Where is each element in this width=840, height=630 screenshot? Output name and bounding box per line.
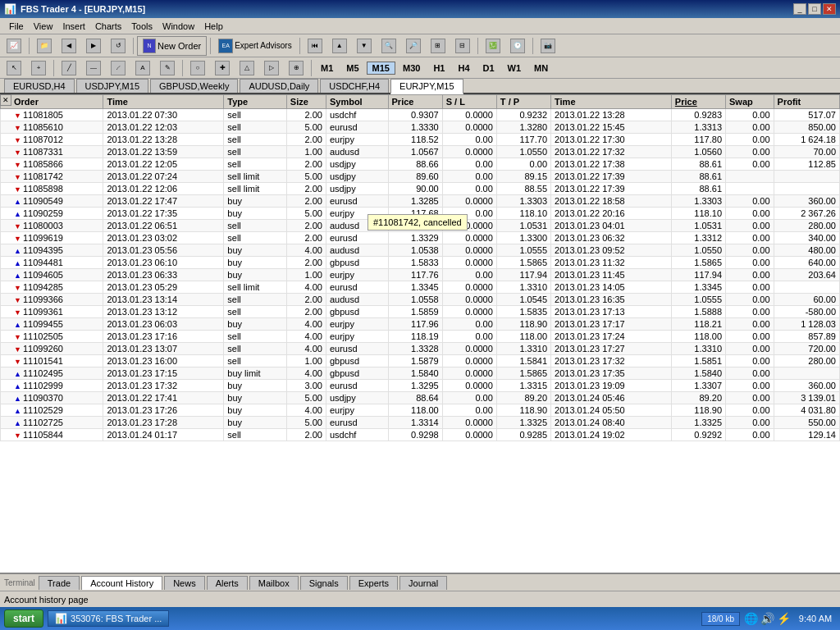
chart-tab-eurjpy-m15[interactable]: EURJPY,M15: [390, 79, 463, 94]
col-time[interactable]: Time: [103, 95, 224, 109]
tab-signals[interactable]: Signals: [300, 576, 348, 590]
tf-h1[interactable]: H1: [427, 62, 450, 75]
cell-tp: 0.9232: [496, 109, 550, 121]
maximize-button[interactable]: □: [808, 3, 821, 15]
menu-view[interactable]: View: [29, 20, 58, 33]
menu-window[interactable]: Window: [158, 20, 199, 33]
cursor-tool[interactable]: ↖: [2, 58, 25, 78]
cell-swap: 0.00: [726, 244, 774, 257]
col-tp[interactable]: T / P: [496, 95, 550, 109]
tf-d1[interactable]: D1: [477, 62, 500, 75]
cell-close-price: 88.61: [671, 158, 725, 171]
tb-icon-3[interactable]: ▼: [353, 36, 376, 56]
cell-symbol: eurusd: [326, 343, 388, 355]
start-button[interactable]: start: [4, 609, 43, 628]
cell-sl: 0.0000: [442, 429, 496, 441]
cross-tool[interactable]: ✚: [211, 58, 234, 78]
draw-tool-7[interactable]: ▷: [260, 58, 283, 78]
kb-label: 18/0 kb: [701, 612, 740, 626]
chart-tab-usdjpy-m15[interactable]: USDJPY,M15: [76, 79, 148, 93]
cell-type: buy: [224, 404, 287, 417]
chart-tab-gbpusd-weekly[interactable]: GBPUSD,Weekly: [150, 79, 238, 93]
col-type[interactable]: Type: [224, 95, 287, 109]
draw-tool-5[interactable]: ✎: [156, 58, 179, 78]
col-swap[interactable]: Swap: [726, 95, 774, 109]
tf-h4[interactable]: H4: [452, 62, 475, 75]
close-button[interactable]: ✕: [823, 3, 836, 15]
cell-profit: 280.00: [774, 355, 839, 368]
tb-icon-6[interactable]: ⊟: [451, 36, 474, 56]
new-order-button[interactable]: N New Order: [137, 36, 207, 56]
zoom-in-button[interactable]: 🔍: [377, 36, 400, 56]
tf-m5[interactable]: M5: [340, 62, 364, 75]
chart-tab-usdchf-h4[interactable]: USDCHF,H4: [320, 79, 389, 93]
cell-time: 2013.01.23 16:00: [103, 355, 224, 368]
tf-m15[interactable]: M15: [367, 62, 395, 75]
tab-experts[interactable]: Experts: [349, 576, 398, 590]
cell-order: ▼11080003: [1, 220, 103, 232]
chart-tab-eurusd-h4[interactable]: EURUSD,H4: [4, 79, 75, 93]
new-chart-button[interactable]: 📈: [2, 36, 25, 56]
draw-tool-6[interactable]: △: [235, 58, 258, 78]
tf-mn[interactable]: MN: [528, 62, 554, 75]
profiles-button[interactable]: 📁: [33, 36, 56, 56]
tf-w1[interactable]: W1: [502, 62, 527, 75]
taskbar-app-item[interactable]: 📊 353076: FBS Trader ...: [48, 610, 169, 627]
col-price[interactable]: Price: [388, 95, 442, 109]
line-tool[interactable]: ╱: [57, 58, 80, 78]
draw-tool-3[interactable]: ⟋: [107, 58, 130, 78]
menu-tools[interactable]: Tools: [126, 20, 158, 33]
menu-help[interactable]: Help: [199, 20, 228, 33]
back-button[interactable]: ◀: [57, 36, 80, 56]
col-close-price[interactable]: Price: [671, 95, 725, 109]
refresh-button[interactable]: ↺: [107, 36, 130, 56]
cell-profit: 203.64: [774, 269, 839, 281]
menu-insert[interactable]: Insert: [57, 20, 90, 33]
tab-account-history[interactable]: Account History: [81, 576, 162, 590]
forward-button[interactable]: ▶: [82, 36, 105, 56]
tf-m1[interactable]: M1: [315, 62, 339, 75]
col-order[interactable]: Order: [1, 95, 103, 109]
expert-advisors-button[interactable]: EA Expert Advisors: [214, 36, 295, 56]
cell-order: ▲11090549: [1, 195, 103, 208]
draw-tool-4[interactable]: A: [131, 58, 154, 78]
zoom-out-button[interactable]: 🔎: [402, 36, 425, 56]
tb-icon-2[interactable]: ▲: [328, 36, 351, 56]
col-close-time[interactable]: Time: [551, 95, 672, 109]
tab-journal[interactable]: Journal: [399, 576, 447, 590]
cell-profit: 550.00: [774, 417, 839, 429]
screenshot-button[interactable]: 📷: [536, 36, 559, 56]
minimize-button[interactable]: _: [793, 3, 806, 15]
ellipse-tool[interactable]: ○: [186, 58, 209, 78]
clock-button[interactable]: 🕐: [506, 36, 529, 56]
cell-size: 2.00: [286, 158, 326, 171]
close-panel-button[interactable]: ✕: [0, 94, 11, 106]
cell-size: 2.00: [286, 232, 326, 244]
hline-tool[interactable]: —: [82, 58, 105, 78]
tab-alerts[interactable]: Alerts: [207, 576, 248, 590]
cell-symbol: audusd: [326, 146, 388, 158]
cell-sl: 0.0000: [442, 306, 496, 318]
col-profit[interactable]: Profit: [774, 95, 839, 109]
cell-type: sell: [224, 109, 287, 121]
cell-time: 2013.01.23 06:33: [103, 269, 224, 281]
draw-tool-8[interactable]: ⊕: [285, 58, 308, 78]
menu-charts[interactable]: Charts: [90, 20, 126, 33]
crosshair-tool[interactable]: +: [27, 58, 50, 78]
chart-tab-audusd-daily[interactable]: AUDUSD,Daily: [240, 79, 318, 93]
cell-type: sell: [224, 134, 287, 146]
col-size[interactable]: Size: [286, 95, 326, 109]
col-symbol[interactable]: Symbol: [326, 95, 388, 109]
tb-icon-7[interactable]: 💹: [482, 36, 504, 56]
cell-sl: 0.0000: [442, 368, 496, 380]
tb-icon-1[interactable]: ⏮: [304, 36, 326, 56]
trade-table-container[interactable]: ✕ Order Time Type Size Symbol Price S / …: [0, 94, 840, 573]
tab-news[interactable]: News: [164, 576, 205, 590]
tab-mailbox[interactable]: Mailbox: [249, 576, 299, 590]
cell-close-time: 2013.01.23 19:09: [551, 380, 672, 392]
tab-trade[interactable]: Trade: [39, 576, 80, 590]
menu-file[interactable]: File: [4, 20, 29, 33]
tf-m30[interactable]: M30: [397, 62, 426, 75]
col-sl[interactable]: S / L: [442, 95, 496, 109]
tb-icon-5[interactable]: ⊞: [427, 36, 450, 56]
